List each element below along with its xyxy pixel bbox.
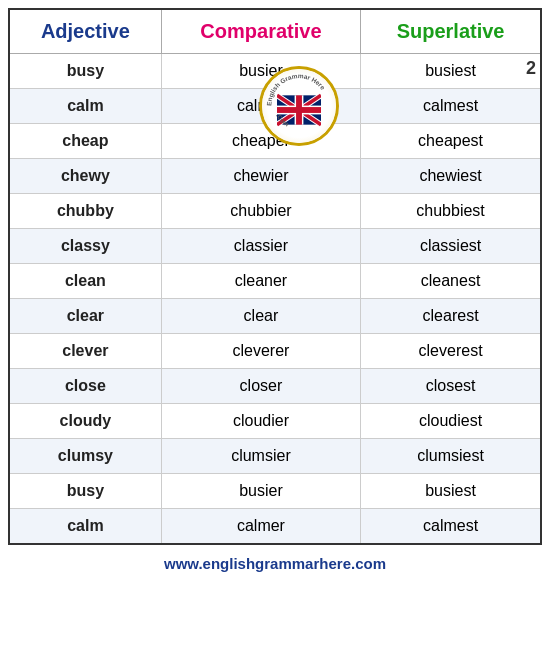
- cell-adjective: busy: [9, 54, 161, 89]
- table-row: chubbychubbierchubbiest: [9, 194, 541, 229]
- table-row: busybusierbusiest: [9, 474, 541, 509]
- cell-adjective: cloudy: [9, 404, 161, 439]
- cell-superlative: busiest: [361, 474, 541, 509]
- cell-superlative: clumsiest: [361, 439, 541, 474]
- cell-superlative: clearest: [361, 299, 541, 334]
- cell-superlative: cleanest: [361, 264, 541, 299]
- cell-adjective: clean: [9, 264, 161, 299]
- table-row: classyclassierclassiest: [9, 229, 541, 264]
- table-row: clevercleverercleverest: [9, 334, 541, 369]
- cell-comparative: closer: [161, 369, 360, 404]
- cell-comparative: cleaner: [161, 264, 360, 299]
- svg-text:.Com: .Com: [275, 112, 291, 127]
- svg-text:English Grammar Here: English Grammar Here: [265, 72, 327, 106]
- cell-adjective: cheap: [9, 124, 161, 159]
- col-comparative-header: Comparative: [161, 9, 360, 54]
- cell-superlative: busiest: [361, 54, 541, 89]
- cell-superlative: chewiest: [361, 159, 541, 194]
- cell-comparative: calmer: [161, 509, 360, 545]
- table-row: clearclearclearest: [9, 299, 541, 334]
- table-row: closecloserclosest: [9, 369, 541, 404]
- cell-superlative: cloudiest: [361, 404, 541, 439]
- cell-superlative: calmest: [361, 89, 541, 124]
- cell-comparative: clear: [161, 299, 360, 334]
- table-row: calmcalmercalmest: [9, 509, 541, 545]
- cell-comparative: classier: [161, 229, 360, 264]
- cell-adjective: clumsy: [9, 439, 161, 474]
- cell-comparative: busier: [161, 474, 360, 509]
- col-adjective-header: Adjective: [9, 9, 161, 54]
- col-superlative-header: Superlative: [361, 9, 541, 54]
- table-row: cleancleanercleanest: [9, 264, 541, 299]
- cell-adjective: classy: [9, 229, 161, 264]
- cell-adjective: clever: [9, 334, 161, 369]
- footer-url: www.englishgrammarhere.com: [164, 555, 386, 572]
- cell-adjective: close: [9, 369, 161, 404]
- cell-adjective: calm: [9, 509, 161, 545]
- cell-adjective: calm: [9, 89, 161, 124]
- cell-superlative: classiest: [361, 229, 541, 264]
- grammar-badge: English Grammar Here .Com: [259, 66, 339, 146]
- cell-superlative: cleverest: [361, 334, 541, 369]
- cell-adjective: busy: [9, 474, 161, 509]
- cell-adjective: chubby: [9, 194, 161, 229]
- table-row: chewychewierchewiest: [9, 159, 541, 194]
- cell-superlative: calmest: [361, 509, 541, 545]
- table-row: cloudycloudiercloudiest: [9, 404, 541, 439]
- cell-superlative: chubbiest: [361, 194, 541, 229]
- cell-adjective: chewy: [9, 159, 161, 194]
- cell-adjective: clear: [9, 299, 161, 334]
- cell-comparative: cloudier: [161, 404, 360, 439]
- cell-comparative: chewier: [161, 159, 360, 194]
- table-row: clumsyclumsierclumsiest: [9, 439, 541, 474]
- cell-comparative: cleverer: [161, 334, 360, 369]
- cell-superlative: closest: [361, 369, 541, 404]
- page-number: 2: [526, 58, 536, 79]
- cell-superlative: cheapest: [361, 124, 541, 159]
- cell-comparative: clumsier: [161, 439, 360, 474]
- cell-comparative: chubbier: [161, 194, 360, 229]
